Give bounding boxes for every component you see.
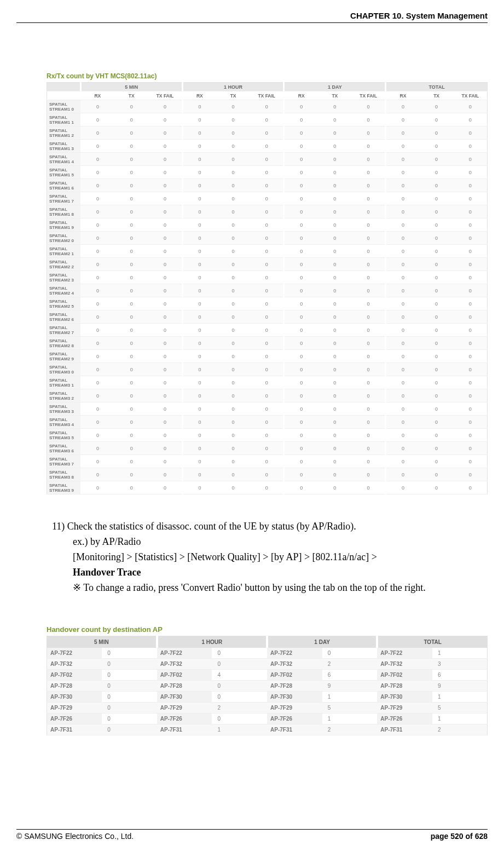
- cell-value: 0: [216, 337, 250, 350]
- cell-value: 0: [212, 648, 267, 659]
- cell-value: 0: [352, 324, 386, 337]
- cell-value: 0: [80, 297, 114, 310]
- cell-value: 0: [386, 363, 420, 376]
- cell-value: 0: [212, 714, 267, 724]
- row-label: SPATIAL STREAM1 6: [47, 179, 81, 192]
- cell-value: 0: [182, 389, 216, 402]
- cell-value: 0: [148, 153, 182, 166]
- cell-value: 0: [318, 297, 352, 310]
- row-label: SPATIAL STREAM2 2: [47, 258, 81, 271]
- cell-value: 0: [454, 442, 488, 455]
- cell-value: 0: [148, 166, 182, 179]
- table-row: SPATIAL STREAM2 7000000000000: [47, 324, 488, 337]
- cell-value: 0: [80, 468, 114, 481]
- cell-value: 0: [114, 337, 148, 350]
- cell-value: 1: [322, 692, 378, 703]
- cell-value: 0: [352, 166, 386, 179]
- cell-value: 0: [216, 363, 250, 376]
- cell-value: 0: [420, 153, 454, 166]
- row-label: SPATIAL STREAM2 1: [47, 245, 81, 258]
- cell-value: 0: [250, 468, 284, 481]
- table-row: SPATIAL STREAM2 6000000000000: [47, 310, 488, 324]
- cell-value: 0: [114, 218, 148, 232]
- row-label: SPATIAL STREAM3 2: [47, 389, 81, 402]
- cell-value: 0: [114, 192, 148, 205]
- cell-value: 0: [114, 350, 148, 363]
- cell-value: 0: [216, 166, 250, 179]
- cell-value: 0: [114, 140, 148, 153]
- ap-label: AP-7F02: [377, 670, 432, 681]
- cell-value: 0: [102, 681, 157, 692]
- cell-value: 0: [250, 350, 284, 363]
- cell-value: 0: [250, 310, 284, 324]
- cell-value: 0: [182, 271, 216, 284]
- cell-value: 0: [182, 245, 216, 258]
- cell-value: 0: [284, 468, 318, 481]
- cell-value: 0: [250, 232, 284, 245]
- table2-container: 5 MIN 1 HOUR 1 DAY TOTAL AP-7F220AP-7F22…: [47, 636, 488, 735]
- cell-value: 0: [102, 648, 157, 659]
- cell-value: 0: [102, 659, 157, 670]
- cell-value: 0: [284, 363, 318, 376]
- cell-value: 0: [80, 429, 114, 442]
- cell-value: 0: [386, 166, 420, 179]
- cell-value: 0: [148, 389, 182, 402]
- table-row: SPATIAL STREAM1 3000000000000: [47, 140, 488, 153]
- cell-value: 0: [114, 429, 148, 442]
- cell-value: 0: [182, 481, 216, 494]
- cell-value: 0: [454, 297, 488, 310]
- ap-label: AP-7F32: [377, 659, 432, 670]
- cell-value: 0: [216, 442, 250, 455]
- cell-value: 0: [454, 284, 488, 297]
- cell-value: 0: [216, 271, 250, 284]
- cell-value: 0: [182, 284, 216, 297]
- cell-value: 0: [352, 205, 386, 218]
- cell-value: 0: [182, 363, 216, 376]
- cell-value: 0: [182, 337, 216, 350]
- cell-value: 0: [386, 271, 420, 284]
- ap-label: AP-7F28: [47, 681, 102, 692]
- cell-value: 0: [148, 481, 182, 494]
- cell-value: 0: [148, 126, 182, 140]
- ap-label: AP-7F22: [157, 648, 212, 659]
- cell-value: 2: [322, 659, 378, 670]
- cell-value: 0: [386, 481, 420, 494]
- table-row: AP-7F220AP-7F220AP-7F220AP-7F221: [47, 648, 488, 659]
- col-group: 1 DAY: [284, 83, 386, 91]
- cell-value: 0: [250, 363, 284, 376]
- cell-value: 0: [250, 140, 284, 153]
- cell-value: 0: [284, 179, 318, 192]
- cell-value: 0: [454, 337, 488, 350]
- cell-value: 0: [182, 232, 216, 245]
- cell-value: 0: [454, 179, 488, 192]
- cell-value: 0: [114, 442, 148, 455]
- cell-value: 0: [318, 455, 352, 468]
- cell-value: 0: [182, 126, 216, 140]
- cell-value: 0: [114, 258, 148, 271]
- cell-value: 0: [182, 310, 216, 324]
- table-row: SPATIAL STREAM2 0000000000000: [47, 232, 488, 245]
- cell-value: 0: [454, 153, 488, 166]
- cell-value: 0: [420, 376, 454, 389]
- cell-value: 1: [432, 714, 488, 724]
- cell-value: 0: [148, 416, 182, 429]
- cell-value: 0: [114, 416, 148, 429]
- cell-value: 0: [284, 402, 318, 416]
- cell-value: 0: [352, 284, 386, 297]
- cell-value: 0: [318, 245, 352, 258]
- cell-value: 0: [454, 271, 488, 284]
- cell-value: 0: [182, 429, 216, 442]
- cell-value: 0: [182, 205, 216, 218]
- cell-value: 0: [102, 692, 157, 703]
- cell-value: 0: [352, 337, 386, 350]
- cell-value: 0: [148, 297, 182, 310]
- subcol: TX: [114, 91, 148, 100]
- cell-value: 0: [352, 429, 386, 442]
- row-label: SPATIAL STREAM2 6: [47, 310, 81, 324]
- cell-value: 0: [386, 140, 420, 153]
- row-label: SPATIAL STREAM3 4: [47, 416, 81, 429]
- cell-value: 0: [80, 442, 114, 455]
- ap-label: AP-7F32: [267, 659, 322, 670]
- cell-value: 0: [454, 245, 488, 258]
- cell-value: 0: [114, 297, 148, 310]
